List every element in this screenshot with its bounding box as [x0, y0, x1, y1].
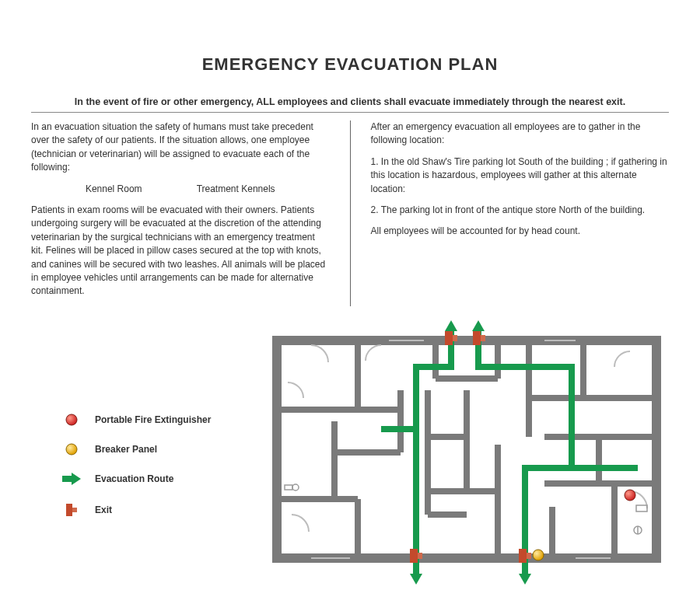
left-p2: Patients in exam rooms will be evacuated… [31, 204, 330, 298]
breaker-icon [62, 443, 81, 456]
svg-point-1 [66, 444, 77, 455]
svg-point-0 [66, 414, 77, 425]
subheading: In the event of fire or other emergency,… [31, 96, 669, 107]
svg-marker-39 [410, 574, 422, 585]
svg-rect-46 [418, 553, 422, 559]
legend-route: Evacuation Route [62, 473, 264, 485]
right-item1: 1. In the old Shaw's Tire parking lot So… [371, 155, 670, 196]
kennel-row: Kennel Room Treatment Kennels [31, 183, 330, 196]
svg-marker-37 [445, 320, 457, 331]
exit-icon [62, 502, 81, 518]
svg-rect-54 [285, 485, 292, 490]
legend-extinguisher-label: Portable Fire Extinguisher [95, 414, 211, 425]
right-column: After an emergency evacuation all employ… [371, 120, 670, 306]
svg-rect-4 [72, 508, 77, 512]
svg-point-55 [292, 484, 299, 491]
svg-rect-41 [445, 331, 453, 345]
legend-extinguisher: Portable Fire Extinguisher [62, 414, 264, 426]
kennel-room-label: Kennel Room [86, 183, 142, 196]
svg-rect-45 [410, 549, 418, 563]
column-divider [350, 120, 351, 306]
right-p2: All employees will be accounted for by h… [371, 225, 670, 238]
text-columns: In an evacuation situation the safety of… [31, 120, 669, 306]
legend-route-label: Evacuation Route [95, 473, 173, 484]
left-p1: In an evacuation situation the safety of… [31, 120, 330, 175]
route-arrow-icon [62, 473, 81, 485]
extinguisher-icon [62, 414, 81, 426]
divider [31, 112, 669, 113]
svg-rect-47 [519, 549, 527, 563]
legend-exit-label: Exit [95, 504, 112, 515]
breaker-marker [533, 550, 544, 560]
treatment-kennels-label: Treatment Kennels [197, 183, 275, 196]
svg-rect-51 [636, 505, 647, 511]
page-title: EMERGENCY EVACUATION PLAN [31, 54, 669, 75]
svg-rect-44 [481, 335, 485, 341]
svg-point-49 [625, 490, 635, 501]
floor-plan [264, 320, 669, 585]
svg-marker-2 [62, 473, 81, 485]
legend-breaker: Breaker Panel [62, 443, 264, 456]
svg-rect-42 [453, 335, 457, 341]
svg-rect-3 [66, 504, 72, 516]
svg-point-50 [533, 550, 544, 560]
svg-rect-48 [527, 553, 531, 559]
svg-rect-43 [473, 331, 481, 345]
svg-rect-8 [652, 336, 661, 563]
svg-marker-40 [519, 574, 531, 585]
right-item2: 2. The parking lot in front of the antiq… [371, 204, 670, 217]
left-column: In an evacuation situation the safety of… [31, 120, 330, 306]
legend: Portable Fire Extinguisher Breaker Panel [31, 320, 264, 535]
svg-rect-5 [272, 336, 661, 345]
legend-exit: Exit [62, 502, 264, 518]
legend-breaker-label: Breaker Panel [95, 444, 157, 455]
extinguisher-marker [625, 490, 635, 501]
svg-rect-7 [272, 336, 282, 563]
right-p1: After an emergency evacuation all employ… [371, 120, 670, 148]
svg-marker-38 [472, 320, 485, 331]
